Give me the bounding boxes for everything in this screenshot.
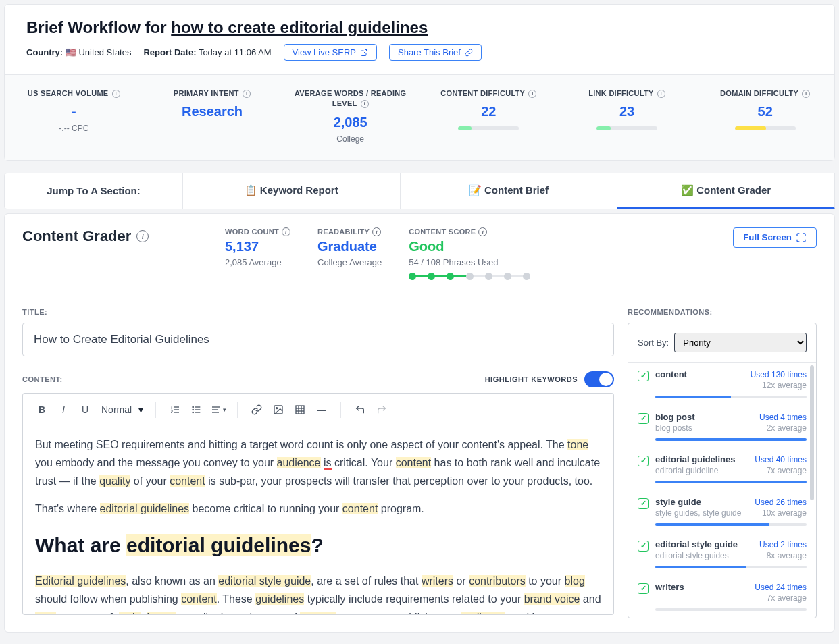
link-button[interactable]: [247, 400, 266, 419]
unordered-list-button[interactable]: [187, 400, 206, 419]
tabs-row: Jump To A Section: 📋Keyword Report📝Conte…: [4, 173, 835, 209]
view-live-serp-button[interactable]: View Live SERP: [284, 44, 377, 61]
page-title: Brief Workflow for how to create editori…: [26, 18, 813, 37]
tab-content-brief[interactable]: 📝Content Brief: [401, 173, 618, 209]
content-score-stat: CONTENT SCOREi Good 54 / 108 Phrases Use…: [409, 227, 530, 280]
recommendations-box: Sort By: Priority contentUsed 130 times …: [628, 323, 817, 618]
highlight-toggle[interactable]: [584, 371, 614, 387]
stat-item: LINK DIFFICULTY i 23: [558, 88, 696, 144]
content-label: CONTENT:: [22, 375, 63, 383]
highlight-toggle-label: HIGHLIGHT KEYWORDS: [485, 375, 578, 383]
grader-header: Content Grader i WORD COUNTi 5,137 2,085…: [5, 214, 834, 294]
info-icon[interactable]: i: [478, 227, 487, 236]
link-icon: [465, 49, 473, 57]
brief-workflow-card: Brief Workflow for how to create editori…: [4, 4, 835, 161]
jump-to-section-label: Jump To A Section:: [4, 173, 183, 209]
stat-item: PRIMARY INTENT i Research: [143, 88, 282, 144]
stat-item: DOMAIN DIFFICULTY i 52: [696, 88, 834, 144]
meta-row: Country: 🇺🇸 United States Report Date: T…: [26, 44, 813, 61]
hr-button[interactable]: —: [312, 400, 331, 419]
stats-row: US SEARCH VOLUME i - -.-- CPCPRIMARY INT…: [5, 75, 834, 160]
italic-button[interactable]: I: [54, 400, 73, 419]
check-icon: [638, 413, 649, 424]
scrollbar[interactable]: [810, 365, 814, 500]
check-icon: [638, 456, 649, 466]
share-brief-button[interactable]: Share This Brief: [389, 44, 482, 61]
stat-item: AVERAGE WORDS / READING LEVEL i 2,085 Co…: [281, 88, 420, 144]
underline-button[interactable]: U: [76, 400, 95, 419]
readability-stat: READABILITYi Graduate College Average: [317, 227, 382, 267]
stat-item: US SEARCH VOLUME i - -.-- CPC: [5, 88, 143, 144]
editor-toolbar: B I U Normal ▾ ▾ —: [22, 393, 614, 426]
svg-point-7: [193, 409, 193, 410]
recommendations-label: RECOMMENDATIONS:: [628, 308, 817, 316]
bold-button[interactable]: B: [32, 400, 51, 419]
tab-keyword-report[interactable]: 📋Keyword Report: [183, 173, 401, 209]
external-link-icon: [360, 49, 368, 57]
format-select[interactable]: Normal: [97, 402, 146, 418]
svg-point-6: [193, 406, 193, 407]
grader-title: Content Grader i: [22, 227, 198, 245]
check-icon: [638, 498, 649, 509]
recommendation-item[interactable]: writersUsed 24 times 7x average: [628, 575, 816, 618]
svg-point-8: [193, 412, 193, 412]
undo-button[interactable]: [351, 400, 370, 419]
redo-button[interactable]: [372, 400, 391, 419]
tab-content-grader[interactable]: ✅Content Grader: [617, 173, 835, 209]
recommendation-item[interactable]: editorial style guideUsed 2 times editor…: [628, 533, 816, 575]
grader-body: TITLE: CONTENT: HIGHLIGHT KEYWORDS B I U…: [5, 294, 834, 632]
title-label: TITLE:: [22, 308, 614, 316]
info-icon[interactable]: i: [136, 230, 149, 242]
score-progress: [409, 273, 530, 280]
header: Brief Workflow for how to create editori…: [5, 5, 834, 75]
ordered-list-button[interactable]: [166, 400, 184, 419]
title-input[interactable]: [22, 323, 614, 356]
recommendation-item[interactable]: editorial guidelinesUsed 40 times editor…: [628, 448, 816, 490]
editor-column: TITLE: CONTENT: HIGHLIGHT KEYWORDS B I U…: [22, 308, 614, 615]
sort-select[interactable]: Priority: [674, 333, 807, 352]
align-button[interactable]: ▾: [209, 400, 228, 419]
recommendation-item[interactable]: style guideUsed 26 times style guides, s…: [628, 490, 816, 533]
word-count-stat: WORD COUNTi 5,137 2,085 Average: [225, 227, 290, 267]
flag-icon: 🇺🇸: [66, 47, 76, 57]
sort-row: Sort By: Priority: [628, 323, 816, 363]
content-grader-card: Content Grader i WORD COUNTi 5,137 2,085…: [4, 213, 835, 633]
recommendation-item[interactable]: contentUsed 130 times 12x average: [628, 363, 816, 405]
check-icon: [638, 371, 649, 381]
image-button[interactable]: [269, 400, 288, 419]
fullscreen-button[interactable]: Full Screen: [733, 227, 817, 248]
info-icon[interactable]: i: [372, 227, 381, 236]
content-editor[interactable]: But meeting SEO requirements and hitting…: [22, 426, 614, 615]
info-icon[interactable]: i: [282, 227, 290, 236]
svg-rect-14: [296, 406, 304, 414]
table-button[interactable]: [290, 400, 309, 419]
stat-item: CONTENT DIFFICULTY i 22: [420, 88, 558, 144]
expand-icon: [796, 232, 807, 243]
recommendation-item[interactable]: blog postUsed 4 times blog posts2x avera…: [628, 405, 816, 448]
svg-point-13: [276, 407, 278, 408]
check-icon: [638, 583, 649, 594]
recommendations-column: RECOMMENDATIONS: Sort By: Priority conte…: [628, 308, 817, 618]
check-icon: [638, 541, 649, 552]
recommendations-list[interactable]: contentUsed 130 times 12x average blog p…: [628, 363, 816, 618]
